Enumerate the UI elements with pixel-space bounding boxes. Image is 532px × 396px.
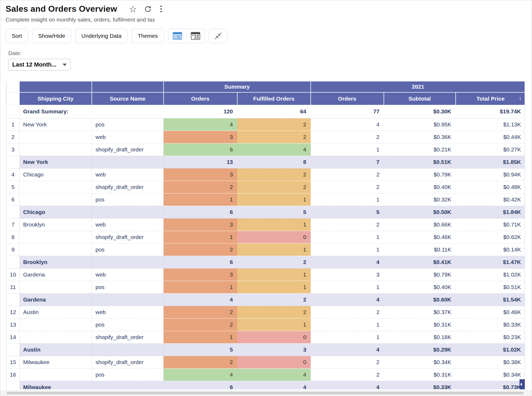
flat-table-view-icon[interactable] xyxy=(168,29,186,43)
orders-2021-cell[interactable]: 1 xyxy=(311,243,384,256)
subtotal-cell[interactable]: $0.79K xyxy=(384,168,456,181)
horizontal-scrollbar-thumb[interactable] xyxy=(7,392,524,394)
source-name-cell[interactable]: pos xyxy=(92,281,164,293)
subtotal-cell[interactable]: $0.40K xyxy=(384,181,456,193)
shipping-city-cell[interactable] xyxy=(20,181,92,193)
fulfilled-orders-cell[interactable]: 1 xyxy=(237,218,311,231)
source-name-cell[interactable]: pos xyxy=(92,193,164,206)
shipping-city-cell[interactable] xyxy=(20,231,92,243)
subtotal-cell[interactable]: $0.32K xyxy=(384,193,456,206)
orders-cell[interactable]: 1 xyxy=(164,193,237,206)
shipping-city-cell[interactable]: Austin xyxy=(20,306,92,318)
total-price-cell[interactable]: $0.62K xyxy=(456,231,525,243)
total-price-cell[interactable]: $0.14K xyxy=(456,243,525,256)
source-name-cell[interactable]: pos xyxy=(92,243,164,256)
orders-cell[interactable]: 6 xyxy=(164,143,237,156)
source-name-cell[interactable]: web xyxy=(92,218,164,231)
orders-2021-cell[interactable]: 1 xyxy=(311,143,384,156)
vertical-scrollbar-thumb[interactable] xyxy=(519,379,525,389)
subtotal-cell[interactable]: $0.31K xyxy=(384,368,456,381)
total-price-cell[interactable]: $0.94K xyxy=(456,168,525,181)
sort-button[interactable]: Sort xyxy=(6,29,28,43)
fulfilled-orders-cell[interactable]: 0 xyxy=(237,356,311,368)
fulfilled-orders-cell[interactable]: 4 xyxy=(237,368,311,381)
fulfilled-orders-cell[interactable]: 2 xyxy=(237,181,311,193)
orders-2021-cell[interactable]: 2 xyxy=(311,168,384,181)
sort-ascending-icon[interactable]: ↑ xyxy=(519,96,522,102)
fulfilled-orders-cell[interactable]: 0 xyxy=(237,231,311,243)
shipping-city-cell[interactable]: Chicago xyxy=(20,168,92,181)
collapse-view-icon[interactable] xyxy=(209,29,227,43)
shipping-city-cell[interactable]: Gardena xyxy=(20,268,92,281)
refresh-icon[interactable] xyxy=(144,5,152,13)
orders-cell[interactable]: 1 xyxy=(164,281,237,293)
fulfilled-orders-cell[interactable]: 4 xyxy=(237,143,311,156)
total-price-cell[interactable]: $0.48K xyxy=(456,181,525,193)
orders-2021-cell[interactable]: 2 xyxy=(311,131,384,143)
orders-cell[interactable]: 1 xyxy=(164,331,237,343)
total-price-cell[interactable]: $0.38K xyxy=(456,356,525,368)
orders-cell[interactable]: 2 xyxy=(164,181,237,193)
orders-cell[interactable]: 2 xyxy=(164,318,237,331)
shipping-city-cell[interactable] xyxy=(20,193,92,206)
orders-cell[interactable]: 2 xyxy=(164,306,237,318)
fulfilled-orders-cell[interactable]: 1 xyxy=(237,268,311,281)
subtotal-cell[interactable]: $0.21K xyxy=(384,143,456,156)
shipping-city-cell[interactable]: New York xyxy=(20,118,92,131)
orders-2021-cell[interactable]: 4 xyxy=(311,118,384,131)
pivot-table-view-icon[interactable] xyxy=(186,29,205,43)
total-price-cell[interactable]: $0.44K xyxy=(456,131,525,143)
shipping-city-cell[interactable]: Milwaukee xyxy=(20,356,92,368)
orders-2021-cell[interactable]: 1 xyxy=(311,281,384,293)
subtotal-cell[interactable]: $0.46K xyxy=(384,231,456,243)
orders-2021-cell[interactable]: 1 xyxy=(311,318,384,331)
total-price-cell[interactable]: $0.46K xyxy=(456,306,525,318)
subtotal-cell[interactable]: $0.34K xyxy=(384,356,456,368)
source-name-cell[interactable]: pos xyxy=(92,318,164,331)
subtotal-cell[interactable]: $0.37K xyxy=(384,306,456,318)
subtotal-cell[interactable]: $0.79K xyxy=(384,268,456,281)
shipping-city-cell[interactable] xyxy=(20,243,92,256)
orders-cell[interactable]: 2 xyxy=(164,356,237,368)
source-name-cell[interactable]: pos xyxy=(92,118,164,131)
source-name-cell[interactable]: web xyxy=(92,131,164,143)
more-options-kebab-icon[interactable] xyxy=(159,5,163,13)
orders-2021-cell[interactable]: 1 xyxy=(311,193,384,206)
orders-2021-cell[interactable]: 2 xyxy=(311,368,384,381)
show-hide-button[interactable]: Show/Hide xyxy=(32,29,72,43)
source-name-cell[interactable]: shopify_draft_order xyxy=(92,331,164,343)
subtotal-cell[interactable]: $0.95K xyxy=(384,118,456,131)
fulfilled-orders-cell[interactable]: 2 xyxy=(237,118,311,131)
fulfilled-orders-cell[interactable]: 1 xyxy=(237,193,311,206)
total-price-cell[interactable]: $0.71K xyxy=(456,218,525,231)
orders-2021-cell[interactable]: 2 xyxy=(311,356,384,368)
fulfilled-orders-cell[interactable]: 0 xyxy=(237,331,311,343)
source-name-cell[interactable]: web xyxy=(92,168,164,181)
orders-2021-cell[interactable]: 2 xyxy=(311,181,384,193)
subtotal-cell[interactable]: $0.66K xyxy=(384,218,456,231)
orders-2021-cell[interactable]: 2 xyxy=(311,306,384,318)
column-header-orders-2021[interactable]: Orders xyxy=(311,92,384,105)
fulfilled-orders-cell[interactable]: 1 xyxy=(237,281,311,293)
fulfilled-orders-cell[interactable]: 1 xyxy=(237,243,311,256)
orders-2021-cell[interactable]: 1 xyxy=(311,331,384,343)
orders-cell[interactable]: 3 xyxy=(164,268,237,281)
source-name-cell[interactable]: shopify_draft_order xyxy=(92,143,164,156)
fulfilled-orders-cell[interactable]: 1 xyxy=(237,318,311,331)
orders-cell[interactable]: 3 xyxy=(164,168,237,181)
orders-cell[interactable]: 3 xyxy=(164,131,237,143)
subtotal-cell[interactable]: $0.40K xyxy=(384,281,456,293)
orders-cell[interactable]: 4 xyxy=(164,118,237,131)
subtotal-cell[interactable]: $0.18K xyxy=(384,331,456,343)
fulfilled-orders-cell[interactable]: 2 xyxy=(237,168,311,181)
underlying-data-button[interactable]: Underlying Data xyxy=(75,29,128,43)
column-header-orders[interactable]: Orders xyxy=(164,92,237,105)
orders-cell[interactable]: 4 xyxy=(164,368,237,381)
subtotal-cell[interactable]: $0.31K xyxy=(384,318,456,331)
column-header-fulfilled-orders[interactable]: Fulfilled Orders xyxy=(237,92,311,105)
shipping-city-cell[interactable] xyxy=(20,143,92,156)
source-name-cell[interactable]: shopify_draft_order xyxy=(92,181,164,193)
column-header-source-name[interactable]: Source Name xyxy=(92,92,164,105)
column-header-shipping-city[interactable]: Shipping City xyxy=(20,92,92,105)
orders-2021-cell[interactable]: 2 xyxy=(311,218,384,231)
